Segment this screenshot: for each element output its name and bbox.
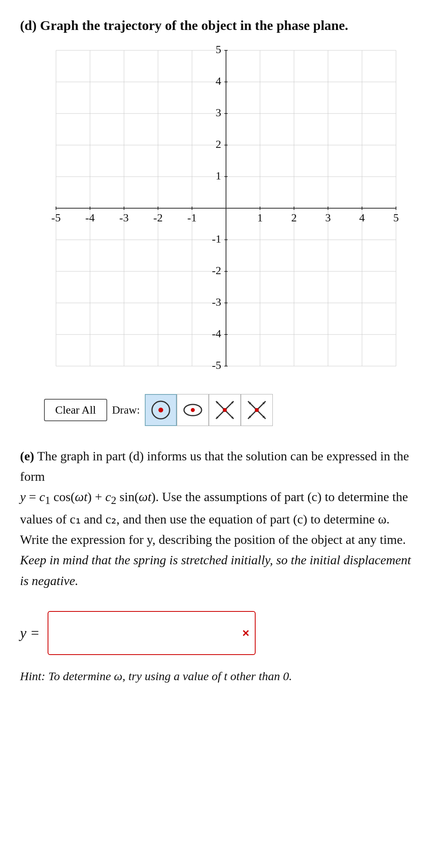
draw-tool-cross-lines[interactable]	[209, 394, 241, 426]
cross-lines-icon	[213, 398, 237, 422]
part-e-text1: The graph in part (d) informs us that th…	[20, 449, 409, 484]
part-e-equation: y = c1 cos(ωt) + c2 sin(ωt).	[20, 490, 162, 504]
clear-input-button[interactable]: ×	[242, 626, 250, 640]
draw-tools	[145, 394, 273, 426]
circle-hollow-icon	[181, 398, 205, 422]
svg-point-1	[158, 408, 163, 412]
part-e-section: (e) The graph in part (d) informs us tha…	[20, 446, 412, 591]
draw-tool-circle-solid[interactable]	[145, 394, 177, 426]
cross-lines-alt-icon	[245, 398, 269, 422]
graph-area	[24, 42, 408, 386]
answer-row: y = ×	[20, 611, 412, 655]
hint-text: Hint: To determine ω, try using a value …	[20, 667, 412, 685]
clear-all-button[interactable]: Clear All	[44, 399, 107, 421]
answer-input-wrapper: ×	[48, 611, 256, 655]
draw-label: Draw:	[112, 404, 140, 416]
part-e-italic-note: Keep in mind that the spring is stretche…	[20, 553, 411, 587]
draw-tool-circle-hollow[interactable]	[177, 394, 209, 426]
part-d-heading: (d) Graph the trajectory of the object i…	[20, 16, 412, 35]
svg-point-8	[223, 408, 227, 412]
answer-input[interactable]	[48, 612, 255, 654]
svg-point-3	[191, 408, 195, 412]
svg-point-13	[255, 408, 259, 412]
graph-toolbar: Clear All Draw:	[44, 394, 412, 426]
circle-solid-icon	[149, 398, 173, 422]
y-equals-label: y =	[20, 625, 40, 641]
part-e-label: (e)	[20, 449, 34, 463]
draw-tool-cross-lines-alt[interactable]	[241, 394, 273, 426]
